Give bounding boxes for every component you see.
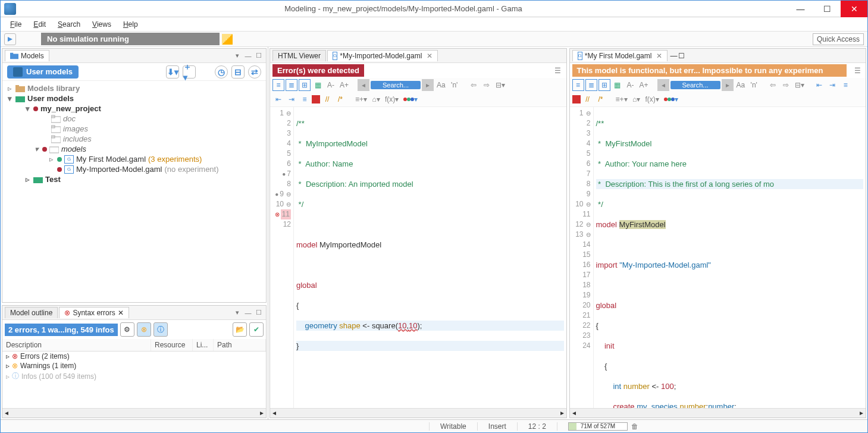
library-icon[interactable]: ⌂▾ <box>631 93 643 105</box>
word-icon[interactable]: 'n' <box>748 79 760 91</box>
add-exp-icon[interactable]: ≡+▾ <box>614 93 629 105</box>
tree-images[interactable]: images <box>6 124 262 134</box>
toggle-2-icon[interactable]: ≣ <box>585 79 597 91</box>
nav-fwd-icon[interactable]: ⇨ <box>780 79 792 91</box>
user-models-button[interactable]: User models <box>7 65 79 79</box>
code-area-left[interactable]: 1⊖ 23456 ●7 8 ●9⊖ 10⊖ ⊗11 12 /** * MyImp… <box>270 107 566 408</box>
toggle-3-icon[interactable]: ⊞ <box>299 79 311 91</box>
menu-search[interactable]: Search <box>53 19 85 30</box>
table-row[interactable]: ▹⊗Errors (2 items) <box>2 352 266 361</box>
prev-icon[interactable]: ◂ <box>358 79 369 91</box>
syntax-errors-tab[interactable]: ⊗ Syntax errors ✕ <box>59 307 129 318</box>
filter-warnings-icon[interactable]: ⊗ <box>137 322 151 337</box>
nav-fwd-icon[interactable]: ⇨ <box>481 79 493 91</box>
memory-indicator[interactable]: 71M of 527M 🗑 <box>557 422 649 431</box>
collapse-icon[interactable]: ⊟ <box>231 65 245 79</box>
toggle-1-icon[interactable]: ≡ <box>572 79 584 91</box>
gear-icon[interactable]: ⚙ <box>120 322 134 337</box>
models-tab[interactable]: Models <box>5 50 49 61</box>
scrollbar[interactable]: ◂▸ <box>270 408 566 418</box>
edit-icon[interactable] <box>222 34 233 45</box>
color-icon[interactable]: ▾ <box>662 93 680 105</box>
tab-imported-model[interactable]: G *My-Imported-Model.gaml ✕ <box>327 50 438 61</box>
next-icon[interactable]: ▸ <box>422 79 434 91</box>
comment-line-icon[interactable]: // <box>582 93 594 105</box>
format-icon[interactable]: ▦ <box>312 79 324 91</box>
comment-block-icon[interactable]: /* <box>334 93 346 105</box>
outdent-icon[interactable]: ⇤ <box>813 79 825 91</box>
tab-first-model[interactable]: G *My First Model.gaml ✕ <box>572 50 668 61</box>
search-input[interactable]: Search... <box>371 81 421 89</box>
link-icon[interactable]: ⇄ <box>248 65 261 79</box>
close-tab-icon[interactable]: ✕ <box>427 52 433 60</box>
menu-edit[interactable]: Edit <box>29 19 51 30</box>
menu-views[interactable]: Views <box>87 19 116 30</box>
outline-tab[interactable]: Model outline <box>5 307 58 318</box>
close-button[interactable]: ✕ <box>841 1 867 17</box>
case-icon[interactable]: Aa <box>435 79 447 91</box>
maximize-panel-icon[interactable]: ☐ <box>254 308 264 318</box>
col-path[interactable]: Path <box>214 339 266 351</box>
comment-block-icon[interactable]: /* <box>595 93 607 105</box>
add-exp-icon[interactable]: ≡+▾ <box>353 93 369 105</box>
view-menu-icon[interactable]: ▾ <box>233 308 242 318</box>
close-tab-icon[interactable]: ✕ <box>118 309 124 317</box>
tree-user-models[interactable]: ▾User models <box>6 93 262 103</box>
code-content[interactable]: /** * MyFirstModel * Author: Your name h… <box>594 107 866 408</box>
case-icon[interactable]: Aa <box>735 79 747 91</box>
collapse-banner-icon[interactable]: ☰ <box>851 65 863 77</box>
quick-access-button[interactable]: Quick Access <box>813 33 864 45</box>
bookmark-icon[interactable]: ⊟▾ <box>494 79 507 91</box>
minimize-button[interactable]: — <box>787 1 814 17</box>
tree-doc[interactable]: doc <box>6 114 262 124</box>
col-description[interactable]: Description <box>2 339 151 351</box>
minimize-panel-icon[interactable]: — <box>243 308 253 318</box>
maximize-panel-icon[interactable]: ☐ <box>254 51 264 61</box>
view-menu-icon[interactable]: ▾ <box>233 51 242 61</box>
bookmark-icon[interactable]: ⊟▾ <box>793 79 806 91</box>
menu-help[interactable]: Help <box>118 19 143 30</box>
color-icon[interactable]: ▾ <box>402 93 419 105</box>
comment-line-icon[interactable]: // <box>321 93 333 105</box>
filter-info-icon[interactable]: ⓘ <box>153 322 168 337</box>
minimize-panel-icon[interactable]: — <box>670 52 677 60</box>
run-button[interactable] <box>4 33 16 45</box>
close-tab-icon[interactable]: ✕ <box>656 52 662 60</box>
clock-icon[interactable]: ◷ <box>215 65 228 79</box>
nav-back-icon[interactable]: ⇦ <box>767 79 779 91</box>
outdent-icon[interactable]: ⇤ <box>272 93 284 105</box>
font-smaller-icon[interactable]: A- <box>325 79 337 91</box>
list-icon[interactable]: ≡ <box>299 93 311 105</box>
tree-project[interactable]: ▾my_new_project <box>6 103 262 114</box>
next-icon[interactable]: ▸ <box>722 79 734 91</box>
toggle-3-icon[interactable]: ⊞ <box>598 79 610 91</box>
fx-icon[interactable]: f(x)▾ <box>383 93 400 105</box>
code-area-right[interactable]: 1⊖ 2345 6789 10⊖ 11 12⊖ 13⊖ 141516 17181… <box>570 107 866 408</box>
toggle-1-icon[interactable]: ≡ <box>272 79 284 91</box>
nav-back-icon[interactable]: ⇦ <box>468 79 480 91</box>
font-smaller-icon[interactable]: A- <box>625 79 637 91</box>
maximize-panel-icon[interactable]: ☐ <box>678 52 685 60</box>
tree-test[interactable]: ▹Test <box>6 174 262 184</box>
prev-icon[interactable]: ◂ <box>657 79 669 91</box>
scrollbar[interactable]: ◂▸ <box>570 408 866 418</box>
table-row[interactable]: ▹⊗Warnings (1 item) <box>2 361 266 371</box>
stop-icon[interactable] <box>572 95 581 103</box>
format-icon[interactable]: ▦ <box>612 79 623 91</box>
check-icon[interactable]: ✔ <box>249 322 264 337</box>
import-button[interactable]: ⬇▾ <box>166 65 179 79</box>
menu-file[interactable]: File <box>5 19 26 30</box>
indent-icon[interactable]: ⇥ <box>286 93 297 105</box>
trash-icon[interactable]: 🗑 <box>631 422 638 431</box>
tree-models-folder[interactable]: ▾models <box>6 144 262 154</box>
table-row[interactable]: ▹ⓘInfos (100 of 549 items) <box>2 371 266 382</box>
library-icon[interactable]: ⌂▾ <box>370 93 382 105</box>
collapse-banner-icon[interactable]: ☰ <box>552 65 564 77</box>
list-icon[interactable]: ≡ <box>839 79 851 91</box>
toggle-2-icon[interactable]: ≣ <box>286 79 297 91</box>
font-larger-icon[interactable]: A+ <box>638 79 650 91</box>
fx-icon[interactable]: f(x)▾ <box>644 93 661 105</box>
stop-icon[interactable] <box>312 95 320 103</box>
tree-file-1[interactable]: ▹GMy First Model.gaml (3 experiments) <box>6 154 262 164</box>
maximize-button[interactable]: ☐ <box>814 1 841 17</box>
